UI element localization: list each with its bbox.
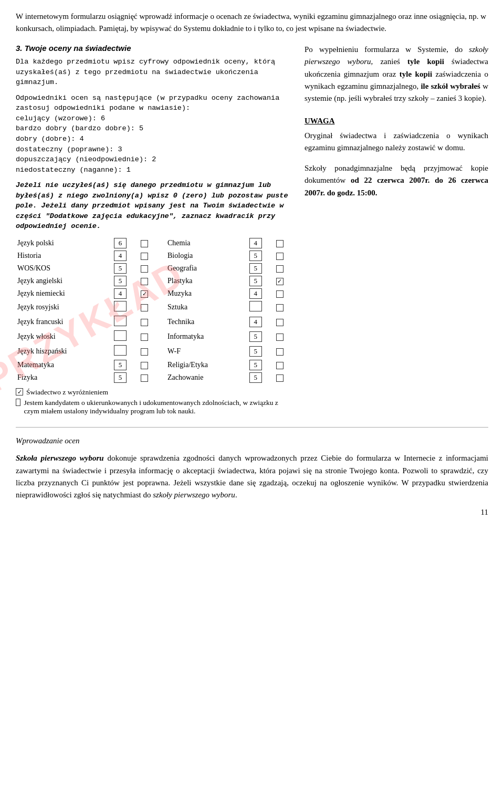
score-box-left[interactable] (114, 330, 127, 341)
kandydat-checkbox[interactable] (16, 399, 20, 406)
check-box-left[interactable] (141, 290, 148, 298)
subject-left-score[interactable]: 5 (112, 371, 139, 384)
check-box-left[interactable] (141, 304, 148, 311)
check-box-left[interactable] (141, 362, 148, 369)
swiadectwo-checkbox[interactable] (16, 388, 23, 395)
check-box-left[interactable] (141, 334, 148, 341)
subject-right-score[interactable]: 4 (248, 287, 275, 300)
subject-right-score[interactable]: 4 (248, 237, 275, 249)
subject-right-chk[interactable] (275, 344, 291, 359)
check-box-left[interactable] (141, 240, 148, 247)
section3-mono1: Dla każdego przedmiotu wpisz cyfrowy odp… (16, 57, 291, 88)
subject-right-score[interactable]: 5 (248, 329, 275, 344)
subject-right-chk[interactable] (275, 262, 291, 275)
right-bold1: tyle kopii (407, 57, 444, 66)
subject-left-name: Fizyka (16, 371, 112, 384)
subject-right-score[interactable]: 5 (248, 275, 275, 287)
check-box-right[interactable] (276, 362, 284, 369)
check-box-left[interactable] (141, 265, 148, 273)
subject-left-score[interactable] (112, 315, 139, 329)
subject-right-chk[interactable] (275, 359, 291, 371)
check-box-right[interactable] (276, 240, 284, 247)
score-box-left[interactable]: 5 (114, 263, 127, 274)
subject-right-chk[interactable] (275, 315, 291, 329)
check-box-left[interactable] (141, 278, 148, 285)
subject-left-chk[interactable] (139, 275, 155, 287)
subject-right-chk[interactable] (275, 287, 291, 300)
subject-right-chk[interactable] (275, 275, 291, 287)
subject-left-chk[interactable] (139, 262, 155, 275)
subject-left-chk[interactable] (139, 300, 155, 315)
check-box-right[interactable] (276, 374, 284, 382)
subject-left-chk[interactable] (139, 315, 155, 329)
subject-left-score[interactable]: 5 (112, 262, 139, 275)
score-box-left[interactable] (114, 301, 127, 311)
score-box-right[interactable]: 5 (249, 263, 262, 274)
subject-left-chk[interactable] (139, 237, 155, 249)
subject-left-score[interactable] (112, 300, 139, 315)
subject-right-name: Technika (166, 315, 248, 329)
subject-left-score[interactable] (112, 344, 139, 359)
subject-left-score[interactable]: 4 (112, 249, 139, 262)
col-gap (155, 237, 166, 249)
check-box-right[interactable] (276, 290, 284, 298)
check-box-left[interactable] (141, 348, 148, 356)
score-box-right[interactable] (249, 301, 262, 311)
subject-right-name: Zachowanie (166, 371, 248, 384)
check-box-right[interactable] (276, 348, 284, 356)
subject-left-chk[interactable] (139, 249, 155, 262)
check-box-left[interactable] (141, 253, 148, 260)
subject-left-score[interactable]: 4 (112, 287, 139, 300)
subject-left-chk[interactable] (139, 344, 155, 359)
score-box-left[interactable]: 5 (114, 360, 127, 370)
subject-right-score[interactable]: 5 (248, 371, 275, 384)
subject-left-chk[interactable] (139, 359, 155, 371)
score-box-left[interactable] (114, 316, 127, 326)
check-box-right[interactable] (276, 319, 284, 326)
score-box-right[interactable]: 5 (249, 251, 262, 261)
score-box-left[interactable] (114, 345, 127, 356)
subject-left-score[interactable] (112, 329, 139, 344)
score-box-right[interactable]: 5 (249, 276, 262, 286)
left-column: 3. Twoje oceny na świadectwie Dla każdeg… (16, 44, 299, 418)
subject-right-score[interactable]: 5 (248, 249, 275, 262)
subject-right-chk[interactable] (275, 371, 291, 384)
check-box-right[interactable] (276, 334, 284, 341)
score-box-right[interactable]: 4 (249, 288, 262, 299)
check-box-left[interactable] (141, 374, 148, 382)
score-box-left[interactable]: 6 (114, 238, 127, 248)
bottom-paragraph: Szkoła pierwszego wyboru dokonuje sprawd… (16, 452, 488, 501)
check-box-right[interactable] (276, 253, 284, 260)
score-box-right[interactable]: 5 (249, 331, 262, 342)
subject-left-chk[interactable] (139, 329, 155, 344)
subject-right-score[interactable]: 5 (248, 359, 275, 371)
score-box-right[interactable]: 5 (249, 346, 262, 357)
score-box-right[interactable]: 4 (249, 317, 262, 327)
bottom-checkboxes: Świadectwo z wyróżnieniem Jestem kandyda… (16, 388, 291, 415)
score-box-left[interactable]: 4 (114, 251, 127, 261)
check-box-right[interactable] (276, 304, 284, 311)
subject-left-score[interactable]: 5 (112, 359, 139, 371)
subject-left-chk[interactable] (139, 371, 155, 384)
score-box-right[interactable]: 5 (249, 372, 262, 383)
subject-left-chk[interactable] (139, 287, 155, 300)
check-box-right[interactable] (276, 265, 284, 273)
subject-right-score[interactable] (248, 300, 275, 315)
check-box-left[interactable] (141, 319, 148, 326)
subject-left-score[interactable]: 6 (112, 237, 139, 249)
subject-right-score[interactable]: 5 (248, 344, 275, 359)
subject-left-name: Język rosyjski (16, 300, 112, 315)
subject-right-chk[interactable] (275, 329, 291, 344)
subject-right-chk[interactable] (275, 237, 291, 249)
score-box-left[interactable]: 5 (114, 372, 127, 383)
subject-left-score[interactable]: 5 (112, 275, 139, 287)
score-box-left[interactable]: 5 (114, 276, 127, 286)
subject-right-chk[interactable] (275, 300, 291, 315)
subject-right-chk[interactable] (275, 249, 291, 262)
subject-right-score[interactable]: 4 (248, 315, 275, 329)
score-box-left[interactable]: 4 (114, 288, 127, 299)
subject-right-score[interactable]: 5 (248, 262, 275, 275)
check-box-right[interactable] (276, 278, 284, 285)
score-box-right[interactable]: 5 (249, 360, 262, 370)
score-box-right[interactable]: 4 (249, 238, 262, 248)
